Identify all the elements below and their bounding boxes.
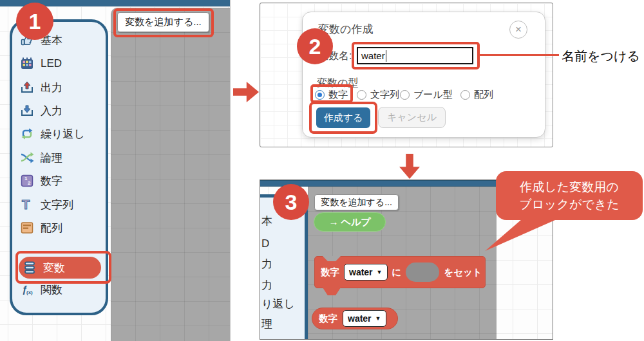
radio-selected-icon (315, 90, 325, 100)
variable-type-label: 変数の型 (317, 77, 358, 90)
radio-icon (357, 90, 366, 100)
sidebar-label-fragment: D (261, 237, 269, 252)
sidebar-label-fragment: 力 (261, 257, 272, 271)
category-sidebar: 基本 LED 出力 (10, 19, 108, 315)
step-badge-3: 3 (273, 184, 309, 220)
sidebar-item-label: 論理 (41, 151, 62, 165)
cancel-button[interactable]: キャンセル (378, 107, 446, 128)
sidebar-item-label: 配列 (41, 221, 62, 235)
sidebar-label-fragment: 力 (261, 278, 272, 292)
function-icon: ƒ (x) (20, 282, 34, 297)
radio-label: ブール型 (413, 89, 453, 101)
chevron-down-icon: ▼ (377, 269, 383, 275)
sidebar-item-variable[interactable]: 変数 (19, 257, 101, 279)
block-particle-label: に (392, 266, 402, 279)
chevron-down-icon: ▼ (375, 315, 381, 322)
annotation-connector-line (479, 54, 559, 56)
set-variable-block[interactable]: 数字 water ▼ に をセット (314, 256, 486, 288)
radio-type-string[interactable]: 文字列 (357, 89, 399, 101)
sidebar-item-function[interactable]: ƒ (x) 関数 (20, 280, 62, 299)
text-cursor (386, 50, 387, 62)
sidebar-item-label: 繰り返し (41, 127, 85, 142)
variable-name-input[interactable]: water (357, 47, 473, 64)
input-icon (20, 104, 34, 118)
variable-getter-block[interactable]: 数字 water ▼ (312, 308, 398, 329)
loop-icon (20, 127, 34, 141)
sidebar-item-label: 変数 (43, 261, 65, 275)
right-arrow (233, 82, 259, 102)
sidebar-label-fragment: 理 (261, 317, 272, 331)
sidebar-item-label: 数字 (41, 174, 62, 189)
svg-text:2: 2 (28, 180, 31, 186)
sidebar-item-label: 文字列 (41, 198, 73, 212)
add-variable-button[interactable]: 変数を追加する... (314, 194, 399, 210)
sidebar-item-string[interactable]: T 文字列 (20, 195, 73, 214)
sidebar-item-loop[interactable]: 繰り返し (20, 124, 85, 143)
svg-text:T: T (22, 198, 30, 212)
annotation-name-text: 名前をつける (562, 48, 640, 65)
variable-icon (23, 261, 37, 275)
step-badge-1: 1 (16, 3, 53, 40)
radio-label: 配列 (474, 89, 493, 101)
dropdown-value: water (349, 267, 373, 277)
down-arrow (399, 154, 420, 179)
callout-bubble: 作成した変数用の ブロックができた (496, 171, 643, 220)
block-suffix-label: をセット (444, 266, 482, 279)
callout-line-1: 作成した変数用の (520, 178, 618, 196)
sidebar-item-label: LED (41, 57, 62, 70)
add-variable-button[interactable]: 変数を追加する... (117, 12, 209, 32)
close-button[interactable]: × (509, 21, 527, 39)
sidebar-item-output[interactable]: 出力 (20, 78, 62, 97)
empty-value-slot[interactable] (406, 263, 439, 282)
sidebar-item-array[interactable]: 配列 (20, 218, 62, 237)
sidebar-item-led[interactable]: LED (20, 54, 62, 73)
dropdown-value: water (348, 313, 372, 324)
help-block[interactable]: → ヘルプ (314, 212, 386, 232)
sidebar-item-number[interactable]: 1 2 数字 (20, 171, 62, 190)
tutorial-composite: 変数を追加する... 基本 LED (0, 0, 644, 341)
variable-dropdown[interactable]: water ▼ (343, 310, 386, 327)
create-button[interactable]: 作成する (316, 107, 370, 128)
radio-label: 数字 (328, 89, 348, 101)
sidebar-item-label: 入力 (41, 104, 62, 118)
string-icon: T (20, 198, 34, 212)
panel-step2-dialog: 変数の作成 × 変数名: water 変数の型 数字 文字列 ブール型 (260, 3, 553, 147)
create-variable-dialog: 変数の作成 × 変数名: water 変数の型 数字 文字列 ブール型 (302, 12, 545, 138)
sidebar-item-label: 関数 (41, 282, 62, 297)
output-icon (20, 80, 34, 95)
variables-flyout-background (111, 8, 231, 341)
step-badge-2: 2 (297, 28, 333, 64)
sidebar-item-logic[interactable]: 論理 (20, 148, 62, 167)
callout-line-2: ブロックができた (519, 196, 620, 213)
radio-type-number[interactable]: 数字 (315, 89, 348, 101)
variable-name-value: water (361, 50, 385, 61)
led-icon (20, 57, 34, 71)
logic-icon (20, 151, 34, 165)
radio-type-array[interactable]: 配列 (460, 89, 493, 101)
sidebar-item-input[interactable]: 入力 (20, 101, 62, 120)
block-category-label: 数字 (321, 266, 339, 279)
panel-step1-editor: 変数を追加する... 基本 LED (0, 0, 231, 341)
sidebar-label-fragment: り返し (261, 297, 295, 311)
svg-text:(x): (x) (26, 290, 33, 295)
sidebar-label-fragment: 本 (261, 214, 272, 228)
variable-dropdown[interactable]: water ▼ (344, 264, 388, 281)
number-icon: 1 2 (20, 174, 34, 188)
sidebar-item-label: 出力 (41, 80, 62, 95)
radio-label: 文字列 (370, 89, 399, 101)
radio-icon (400, 90, 410, 100)
array-icon (20, 221, 34, 235)
block-category-label: 数字 (319, 313, 337, 325)
radio-icon (460, 90, 470, 100)
radio-type-boolean[interactable]: ブール型 (400, 89, 453, 101)
